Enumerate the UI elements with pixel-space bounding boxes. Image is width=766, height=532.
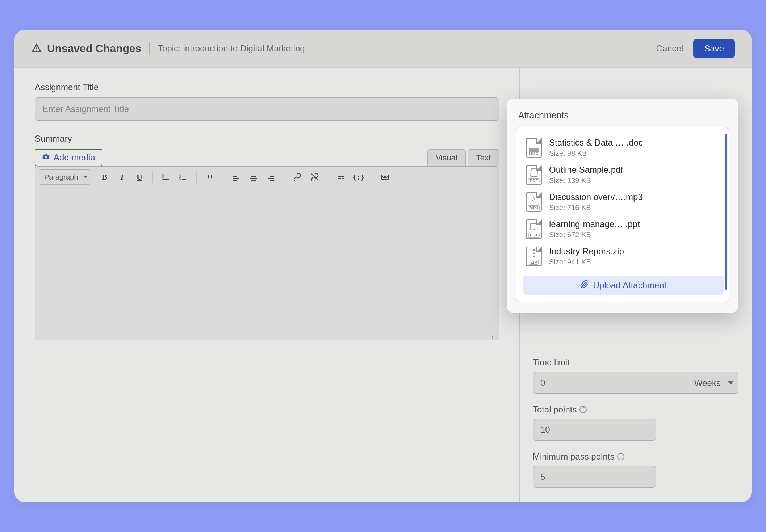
attachment-name: Outline Sample.pdf bbox=[549, 165, 623, 175]
header-bar: Unsaved Changes Topic: introduction to D… bbox=[14, 30, 752, 68]
file-doc-icon: DOC bbox=[526, 138, 542, 158]
time-limit-label: Time limit bbox=[533, 357, 738, 368]
min-pass-points-input[interactable] bbox=[533, 466, 656, 488]
svg-rect-25 bbox=[338, 175, 344, 175]
upload-attachment-button[interactable]: Upload Attachment bbox=[523, 276, 724, 295]
svg-rect-33 bbox=[387, 176, 388, 177]
svg-text:3: 3 bbox=[179, 178, 181, 180]
keyboard-button[interactable] bbox=[377, 169, 393, 185]
unlink-button[interactable] bbox=[307, 169, 323, 185]
svg-rect-7 bbox=[182, 175, 186, 175]
separator bbox=[152, 171, 153, 183]
svg-rect-9 bbox=[182, 177, 186, 177]
svg-rect-34 bbox=[383, 177, 387, 178]
svg-rect-5 bbox=[164, 179, 169, 180]
attachment-item[interactable]: DOC Statistics & Data … .doc Size: 98 KB bbox=[523, 134, 724, 161]
assignment-title-label: Assignment Title bbox=[35, 82, 499, 92]
scrollbar[interactable] bbox=[725, 134, 727, 290]
svg-rect-29 bbox=[381, 175, 389, 179]
attachment-size: Size: 941 KB bbox=[549, 258, 624, 266]
separator bbox=[328, 171, 328, 183]
tab-text[interactable]: Text bbox=[468, 149, 499, 166]
italic-button[interactable]: I bbox=[114, 169, 130, 185]
time-limit-input[interactable] bbox=[533, 372, 687, 394]
attachment-item[interactable]: MP3 Discussion overv….mp3 Size: 716 KB bbox=[523, 188, 724, 215]
svg-rect-28 bbox=[342, 178, 344, 179]
link-button[interactable] bbox=[289, 169, 305, 185]
svg-rect-21 bbox=[270, 176, 274, 177]
align-left-button[interactable] bbox=[228, 169, 244, 185]
rich-text-editor: Paragraph B I U 123 bbox=[35, 166, 499, 340]
svg-rect-1 bbox=[164, 175, 169, 175]
separator bbox=[284, 171, 284, 183]
attachment-size: Size: 139 KB bbox=[549, 176, 623, 185]
cancel-button[interactable]: Cancel bbox=[650, 40, 690, 57]
page-title: Unsaved Changes bbox=[47, 42, 141, 55]
attachment-size: Size: 672 KB bbox=[549, 231, 640, 239]
svg-point-2 bbox=[162, 176, 164, 178]
align-right-button[interactable] bbox=[263, 169, 279, 185]
save-button[interactable]: Save bbox=[693, 39, 735, 58]
svg-rect-19 bbox=[251, 180, 256, 181]
add-media-label: Add media bbox=[54, 152, 95, 163]
svg-rect-31 bbox=[384, 176, 385, 177]
svg-rect-23 bbox=[270, 180, 274, 181]
bulleted-list-button[interactable] bbox=[158, 169, 174, 185]
svg-rect-30 bbox=[382, 176, 383, 177]
summary-label: Summary bbox=[35, 134, 499, 144]
paperclip-icon bbox=[580, 280, 589, 291]
attachments-panel: Attachments DOC Statistics & Data … .doc… bbox=[507, 99, 738, 313]
attachments-title: Attachments bbox=[518, 110, 727, 121]
svg-rect-18 bbox=[250, 178, 257, 179]
code-button[interactable]: {;} bbox=[351, 169, 367, 185]
file-zip-icon: ZIP bbox=[526, 247, 542, 266]
upload-attachment-label: Upload Attachment bbox=[593, 280, 667, 290]
paragraph-format-select[interactable]: Paragraph bbox=[39, 169, 91, 185]
add-media-button[interactable]: Add media bbox=[35, 149, 102, 166]
bold-button[interactable]: B bbox=[97, 169, 113, 185]
blockquote-button[interactable] bbox=[202, 169, 218, 185]
assignment-title-input[interactable] bbox=[35, 97, 499, 121]
main-column: Assignment Title Summary Add media Visua… bbox=[14, 68, 520, 502]
attachment-item[interactable]: ZIP Industry Repors.zip Size: 941 KB bbox=[523, 243, 724, 270]
svg-point-4 bbox=[162, 179, 164, 180]
svg-rect-3 bbox=[164, 177, 169, 177]
svg-rect-20 bbox=[268, 175, 274, 175]
attachment-item[interactable]: PDF Outline Sample.pdf Size: 139 KB bbox=[523, 161, 724, 188]
info-icon[interactable]: i bbox=[617, 453, 624, 460]
attachment-item[interactable]: PPT learning-manage… .ppt Size: 672 KB bbox=[523, 215, 724, 243]
svg-rect-15 bbox=[233, 180, 237, 181]
total-points-label: Total points i bbox=[533, 405, 738, 415]
separator bbox=[372, 171, 372, 183]
attachments-list: DOC Statistics & Data … .doc Size: 98 KB… bbox=[516, 127, 729, 302]
editor-toolbar: Paragraph B I U 123 bbox=[35, 167, 499, 188]
resize-handle-icon[interactable] bbox=[490, 332, 497, 339]
align-center-button[interactable] bbox=[246, 169, 261, 185]
separator bbox=[223, 171, 223, 183]
topic-label: Topic: introduction to Digital Marketing bbox=[158, 43, 305, 54]
svg-rect-13 bbox=[233, 176, 237, 177]
file-mp3-icon: MP3 bbox=[526, 192, 542, 212]
file-ppt-icon: PPT bbox=[526, 219, 542, 239]
svg-rect-17 bbox=[251, 176, 256, 177]
svg-rect-32 bbox=[385, 176, 386, 177]
editor-textarea[interactable] bbox=[35, 188, 499, 340]
assignment-editor-window: Unsaved Changes Topic: introduction to D… bbox=[14, 30, 752, 502]
time-limit-unit-select[interactable]: Weeks bbox=[687, 372, 738, 394]
divider bbox=[149, 42, 150, 55]
attachment-size: Size: 98 KB bbox=[549, 149, 643, 158]
svg-rect-12 bbox=[233, 175, 239, 175]
underline-button[interactable]: U bbox=[131, 169, 147, 185]
separator bbox=[196, 171, 197, 183]
tab-visual[interactable]: Visual bbox=[427, 149, 466, 166]
insert-more-button[interactable] bbox=[333, 169, 349, 185]
attachment-size: Size: 716 KB bbox=[549, 204, 643, 212]
info-icon[interactable]: i bbox=[579, 406, 587, 413]
attachment-name: Statistics & Data … .doc bbox=[549, 138, 643, 148]
svg-point-0 bbox=[162, 174, 164, 176]
svg-rect-14 bbox=[233, 178, 239, 179]
file-pdf-icon: PDF bbox=[526, 165, 542, 185]
numbered-list-button[interactable]: 123 bbox=[175, 169, 191, 185]
total-points-input[interactable] bbox=[533, 419, 656, 441]
attachment-name: learning-manage… .ppt bbox=[549, 219, 640, 229]
